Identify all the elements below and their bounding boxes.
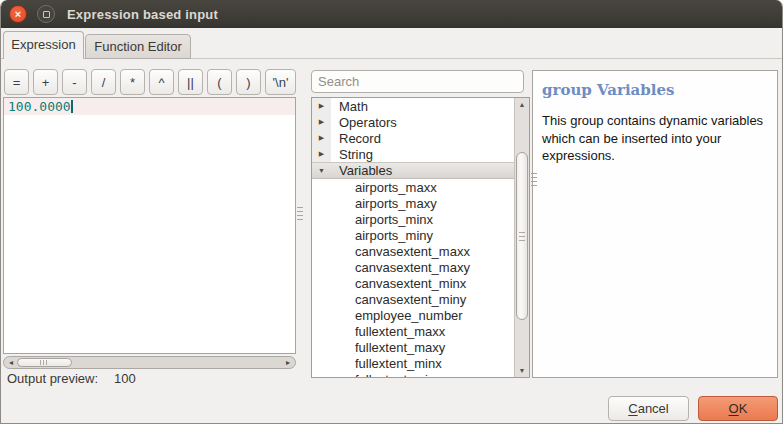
tree-item[interactable]: canvasextent_minx [312, 275, 516, 291]
cancel-button[interactable]: Cancel [608, 396, 689, 421]
scroll-up-icon[interactable]: ▲ [515, 101, 529, 108]
tree-item-label: fullextent_maxx [355, 324, 445, 339]
vscroll-thumb[interactable] [516, 152, 528, 320]
tree-item-label: canvasextent_miny [355, 292, 466, 307]
tree-item-label: fullextent_miny [355, 372, 442, 379]
output-preview-label: Output preview: [7, 371, 98, 386]
function-tree[interactable]: ▶ Math ▶ Operators ▶ Record ▶ String ▼ V… [311, 97, 530, 378]
tree-item-label: fullextent_maxy [355, 340, 445, 355]
tree-item-label: canvasextent_minx [355, 276, 466, 291]
operator-button[interactable]: ( [207, 69, 232, 95]
operator-button-row: =+-/*^||()'\n' [4, 69, 296, 95]
tree-item[interactable]: canvasextent_miny [312, 291, 516, 307]
operator-button[interactable]: || [178, 69, 203, 95]
tree-item-label: Math [339, 99, 368, 114]
expander-icon[interactable]: ▶ [312, 146, 331, 162]
search-input[interactable] [311, 70, 524, 93]
expander-icon[interactable]: ▼ [312, 163, 331, 179]
operator-button[interactable]: - [62, 69, 87, 95]
tree-item-label: airports_minx [355, 212, 433, 227]
operator-button[interactable]: ) [236, 69, 261, 95]
help-panel: group Variables This group contains dyna… [532, 70, 778, 378]
splitter-handle-right[interactable] [531, 173, 537, 186]
tree-item-label: airports_miny [355, 228, 433, 243]
hscroll-thumb[interactable] [17, 358, 72, 367]
scroll-grip-icon [40, 360, 49, 365]
window-title: Expression based input [67, 7, 218, 22]
tree-item[interactable]: canvasextent_maxx [312, 243, 516, 259]
tree-item[interactable]: airports_miny [312, 227, 516, 243]
tree-vertical-scrollbar[interactable]: ▲ ▼ [514, 98, 529, 377]
tree-item[interactable]: fullextent_maxx [312, 323, 516, 339]
ok-label-mnemonic: O [729, 401, 739, 416]
expression-dialog: × Expression based input Expression Func… [0, 0, 783, 424]
expander-icon[interactable]: ▶ [312, 130, 331, 146]
tree-item[interactable]: ▶ Math [312, 98, 516, 114]
cancel-label-mnemonic: C [628, 401, 637, 416]
tree-item[interactable]: fullextent_maxy [312, 339, 516, 355]
scroll-right-icon[interactable]: ▸ [286, 357, 290, 368]
tree-item[interactable]: ▶ Record [312, 130, 516, 146]
scroll-down-icon[interactable]: ▼ [515, 367, 529, 374]
help-body: This group contains dynamic variables wh… [542, 112, 768, 165]
tree-item[interactable]: fullextent_miny [312, 371, 516, 378]
operator-button[interactable]: '\n' [265, 69, 296, 95]
ok-label-rest: K [739, 401, 748, 416]
operator-button[interactable]: / [91, 69, 116, 95]
tree-item-label: airports_maxy [355, 196, 437, 211]
tree-item[interactable]: ▶ String [312, 146, 516, 162]
close-button[interactable]: × [9, 5, 27, 23]
tree-item-label: Operators [339, 115, 397, 130]
tree-item[interactable]: airports_maxy [312, 195, 516, 211]
tree-item-label: employee_number [355, 308, 463, 323]
output-preview-value: 100 [114, 371, 136, 386]
splitter-handle-left[interactable] [297, 207, 303, 220]
operator-button[interactable]: ^ [149, 69, 174, 95]
tree-item-label: Variables [339, 163, 392, 178]
expander-icon[interactable]: ▶ [312, 114, 331, 130]
expression-editor[interactable]: 100.0000 [3, 97, 296, 354]
tree-item-label: Record [339, 131, 381, 146]
scroll-left-icon[interactable]: ◂ [9, 357, 13, 368]
tree-item[interactable]: airports_maxx [312, 179, 516, 195]
tree-item-label: String [339, 147, 373, 162]
editor-horizontal-scrollbar[interactable]: ◂ ▸ [3, 356, 296, 369]
tree-item-label: fullextent_minx [355, 356, 442, 371]
expander-icon[interactable]: ▶ [312, 98, 331, 114]
operator-button[interactable]: = [4, 69, 29, 95]
titlebar: × Expression based input [1, 0, 783, 28]
ok-button[interactable]: OK [698, 396, 778, 421]
tree-item-label: canvasextent_maxy [355, 260, 470, 275]
tab-function-editor[interactable]: Function Editor [85, 34, 191, 59]
tree-item[interactable]: airports_minx [312, 211, 516, 227]
tab-expression[interactable]: Expression [3, 31, 84, 59]
editor-current-line[interactable]: 100.0000 [4, 98, 295, 115]
output-preview: Output preview: 100 [7, 371, 136, 386]
tree-item[interactable]: ▼ Variables [312, 162, 516, 179]
tree-item[interactable]: fullextent_minx [312, 355, 516, 371]
tree-item[interactable]: ▶ Operators [312, 114, 516, 130]
scroll-grip-icon [519, 232, 525, 241]
close-icon: × [15, 9, 21, 20]
operator-button[interactable]: * [120, 69, 145, 95]
tree-item[interactable]: canvasextent_maxy [312, 259, 516, 275]
tree-item[interactable]: employee_number [312, 307, 516, 323]
cancel-label-rest: ancel [638, 401, 669, 416]
maximize-icon [43, 11, 50, 18]
maximize-button[interactable] [37, 5, 55, 23]
text-caret [71, 100, 73, 113]
expression-text: 100.0000 [8, 99, 71, 114]
operator-button[interactable]: + [33, 69, 58, 95]
tree-item-label: canvasextent_maxx [355, 244, 470, 259]
tree-item-label: airports_maxx [355, 180, 437, 195]
help-title: group Variables [542, 81, 768, 99]
